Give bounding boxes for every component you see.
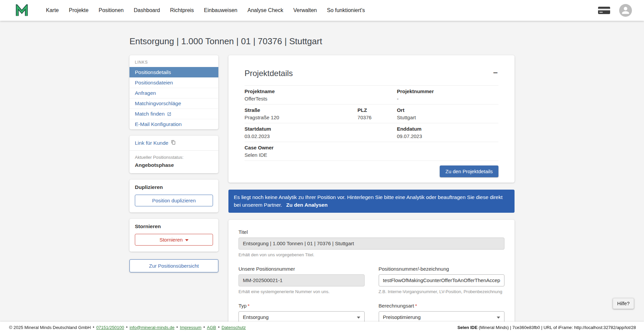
nav-item-analyse-check[interactable]: Analyse Check: [243, 0, 288, 21]
links-card-header: LINKS: [129, 55, 218, 67]
customer-link-card: Link für Kunde Aktueller Positionsstatus…: [129, 136, 218, 173]
zur-positionsuebersicht-button[interactable]: Zur Positionsübersicht: [129, 259, 218, 272]
bezeichnung-helper: Z.B. Interne-Vorgangsnummer, LV-Position…: [379, 289, 505, 294]
stornieren-card: Stornieren Stornieren: [129, 219, 218, 252]
nav-item-einbauweisen[interactable]: Einbauweisen: [199, 0, 243, 21]
positionsnummer-helper: Erhält eine systemgenerierte Nummer von …: [238, 289, 365, 294]
positionsnummer-field: Unsere Positionsnummer Erhält eine syste…: [238, 266, 365, 294]
nav-item-positionen[interactable]: Positionen: [94, 0, 129, 21]
bezeichnung-input[interactable]: [379, 274, 505, 286]
nav-item-projekte[interactable]: Projekte: [64, 0, 94, 21]
dot-separator: •: [218, 325, 219, 330]
datenschutz-link[interactable]: Datenschutz: [221, 325, 246, 330]
sidebar-item-positionsdetails[interactable]: Positionsdetails: [129, 67, 218, 77]
sidebar-item-anfragen[interactable]: Anfragen: [129, 88, 218, 98]
titel-input: [238, 238, 504, 250]
nav-item-verwalten[interactable]: Verwalten: [288, 0, 322, 21]
titel-field: Titel Erhält den von uns vorgegebenen Ti…: [238, 229, 504, 257]
duplizieren-heading: Duplizieren: [135, 184, 213, 190]
content-area: Entsorgung | 1.000 Tonnen | 01 | 70376 |…: [0, 21, 644, 333]
email-link[interactable]: info@mineral-minds.de: [129, 325, 174, 330]
projektname-value: OfferTests: [245, 96, 358, 102]
chevron-down-icon: [185, 239, 189, 241]
nav-item-richtpreis[interactable]: Richtpreis: [165, 0, 199, 21]
projektnummer-label: Projektnummer: [397, 88, 498, 94]
collapse-button[interactable]: −: [492, 69, 498, 77]
table-row: Startdatum 03.02.2023 Enddatum 09.07.202…: [245, 123, 498, 142]
plz-value: 70376: [358, 115, 397, 120]
match-finden-label: Match finden: [135, 111, 165, 117]
impressum-link[interactable]: Impressum: [180, 325, 201, 330]
zu-den-analysen-link[interactable]: Zu den Analysen: [286, 202, 327, 208]
case-owner-label: Case Owner: [245, 145, 358, 150]
stornieren-heading: Stornieren: [135, 223, 213, 229]
chevron-down-icon: [497, 317, 500, 319]
phone-link[interactable]: 07151/250100: [96, 325, 124, 330]
projektdetails-card: Projektdetails − Projektname OfferTests …: [228, 55, 515, 183]
table-row: Projektname OfferTests Projektnummer -: [245, 85, 498, 104]
required-marker: *: [248, 303, 250, 309]
strasse-label: Straße: [245, 107, 358, 113]
chevron-down-icon: [357, 317, 360, 319]
positionsnummer-input: [238, 274, 365, 286]
stornieren-button[interactable]: Stornieren: [135, 234, 213, 246]
sidebar-item-positionsdateien[interactable]: Positionsdateien: [129, 77, 218, 88]
hilfe-button[interactable]: Hilfe?: [613, 298, 634, 309]
sidebar: LINKS Positionsdetails Positionsdateien …: [129, 55, 218, 272]
copy-icon: [171, 140, 176, 146]
page-title: Entsorgung | 1.000 Tonnen | 01 | 70376 |…: [129, 36, 515, 47]
startdatum-label: Startdatum: [245, 126, 358, 132]
logo-m-icon: [15, 4, 28, 16]
session-user: Selen IDE: [458, 325, 478, 330]
main-column: Projektdetails − Projektname OfferTests …: [228, 55, 515, 333]
footer: © 2025 Mineral Minds Deutschland GmbH • …: [0, 322, 644, 333]
duplizieren-card: Duplizieren Position duplizieren: [129, 180, 218, 212]
project-detail-table: Projektname OfferTests Projektnummer - S…: [245, 85, 498, 161]
dot-separator: •: [126, 325, 127, 330]
startdatum-value: 03.02.2023: [245, 133, 358, 139]
nav-item-so-funktionierts[interactable]: So funktioniert's: [322, 0, 370, 21]
agb-link[interactable]: AGB: [207, 325, 216, 330]
berechnungsart-select-value: Preisoptimierung: [383, 314, 421, 320]
projektnummer-value: -: [397, 96, 498, 102]
zu-den-projektdetails-button[interactable]: Zu den Projektdetails: [440, 165, 498, 177]
link-fuer-kunde-label: Link für Kunde: [135, 140, 168, 146]
projektdetails-title: Projektdetails: [245, 69, 293, 78]
dot-separator: •: [176, 325, 178, 330]
analytik-banner: Es liegt noch keine Analytik zu Ihrer Po…: [228, 190, 515, 213]
copyright-text: © 2025 Mineral Minds Deutschland GmbH: [9, 325, 91, 330]
dot-separator: •: [204, 325, 205, 330]
sidebar-item-email-konfiguration[interactable]: E-Mail Konfiguration: [129, 119, 218, 129]
typ-label: Typ*: [238, 303, 365, 309]
stornieren-button-label: Stornieren: [159, 237, 182, 243]
ort-value: Stuttgart: [397, 115, 498, 120]
enddatum-value: 09.07.2023: [397, 133, 498, 139]
link-fuer-kunde-link[interactable]: Link für Kunde: [129, 136, 218, 150]
sidebar-item-matchingvorschlaege[interactable]: Matchingvorschläge: [129, 98, 218, 109]
strasse-value: Pragstraße 120: [245, 115, 358, 120]
card-device-icon[interactable]: [598, 6, 610, 14]
navbar-right: [598, 4, 632, 17]
user-avatar[interactable]: [619, 4, 632, 17]
sidebar-item-match-finden[interactable]: Match finden: [129, 109, 218, 119]
typ-select-value: Entsorgung: [243, 314, 269, 320]
session-info: Selen IDE (Mineral Minds) | 7ce360e83fb0…: [458, 325, 636, 330]
dot-separator: •: [93, 325, 94, 330]
enddatum-label: Enddatum: [397, 126, 498, 132]
main-nav: Karte Projekte Positionen Dashboard Rich…: [41, 0, 370, 21]
case-owner-value: Selen IDE: [245, 152, 358, 158]
footer-left: © 2025 Mineral Minds Deutschland GmbH • …: [9, 325, 246, 330]
nav-item-karte[interactable]: Karte: [41, 0, 64, 21]
external-link-icon: [167, 112, 171, 116]
projektname-label: Projektname: [245, 88, 358, 94]
links-card: LINKS Positionsdetails Positionsdateien …: [129, 55, 218, 129]
titel-helper: Erhält den von uns vorgegebenen Titel.: [238, 252, 504, 257]
session-details: (Mineral Minds) | 7ce360e83fb0 | URL of …: [478, 325, 636, 330]
banner-text: Es liegt noch keine Analytik zu Ihrer Po…: [234, 194, 502, 208]
berechnungsart-label: Berechnungsart*: [379, 303, 505, 309]
mineral-minds-logo[interactable]: [15, 4, 28, 16]
bezeichnung-field: Positionsnummer/-bezeichnung Z.B. Intern…: [379, 266, 505, 294]
nav-item-dashboard[interactable]: Dashboard: [129, 0, 165, 21]
position-duplizieren-button[interactable]: Position duplizieren: [135, 195, 213, 206]
bezeichnung-label: Positionsnummer/-bezeichnung: [379, 266, 505, 272]
